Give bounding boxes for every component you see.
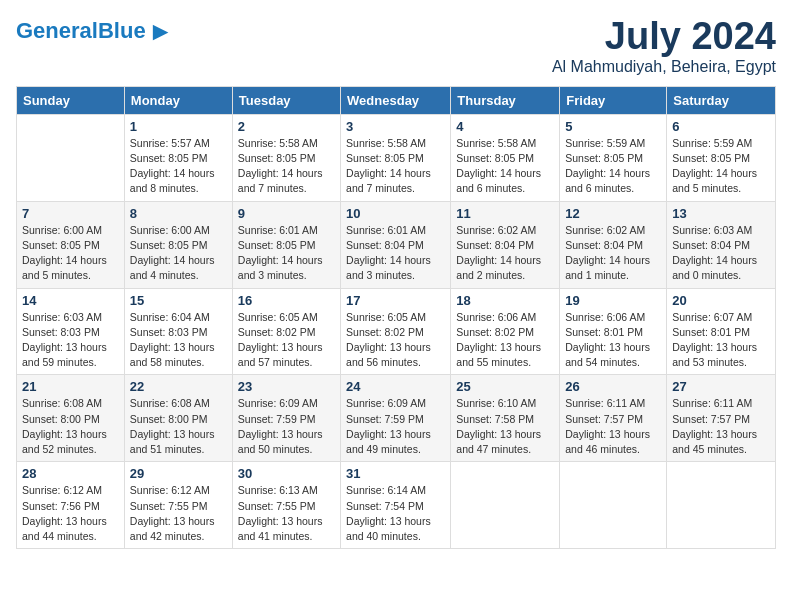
day-number: 11 — [456, 206, 554, 221]
col-header-saturday: Saturday — [667, 86, 776, 114]
calendar-cell: 29Sunrise: 6:12 AM Sunset: 7:55 PM Dayli… — [124, 462, 232, 549]
day-number: 31 — [346, 466, 445, 481]
day-number: 16 — [238, 293, 335, 308]
logo-text: GeneralBlue — [16, 19, 146, 43]
calendar-cell: 28Sunrise: 6:12 AM Sunset: 7:56 PM Dayli… — [17, 462, 125, 549]
day-info: Sunrise: 6:14 AM Sunset: 7:54 PM Dayligh… — [346, 483, 445, 544]
col-header-monday: Monday — [124, 86, 232, 114]
day-number: 7 — [22, 206, 119, 221]
day-number: 3 — [346, 119, 445, 134]
day-number: 28 — [22, 466, 119, 481]
calendar-week-4: 21Sunrise: 6:08 AM Sunset: 8:00 PM Dayli… — [17, 375, 776, 462]
day-info: Sunrise: 6:10 AM Sunset: 7:58 PM Dayligh… — [456, 396, 554, 457]
day-number: 27 — [672, 379, 770, 394]
day-info: Sunrise: 5:58 AM Sunset: 8:05 PM Dayligh… — [346, 136, 445, 197]
calendar-cell: 18Sunrise: 6:06 AM Sunset: 8:02 PM Dayli… — [451, 288, 560, 375]
day-number: 5 — [565, 119, 661, 134]
calendar-cell: 19Sunrise: 6:06 AM Sunset: 8:01 PM Dayli… — [560, 288, 667, 375]
day-info: Sunrise: 6:11 AM Sunset: 7:57 PM Dayligh… — [672, 396, 770, 457]
day-info: Sunrise: 6:08 AM Sunset: 8:00 PM Dayligh… — [22, 396, 119, 457]
day-number: 14 — [22, 293, 119, 308]
calendar-cell: 25Sunrise: 6:10 AM Sunset: 7:58 PM Dayli… — [451, 375, 560, 462]
day-number: 20 — [672, 293, 770, 308]
calendar-cell: 1Sunrise: 5:57 AM Sunset: 8:05 PM Daylig… — [124, 114, 232, 201]
day-info: Sunrise: 6:07 AM Sunset: 8:01 PM Dayligh… — [672, 310, 770, 371]
calendar-cell: 10Sunrise: 6:01 AM Sunset: 8:04 PM Dayli… — [341, 201, 451, 288]
calendar-cell: 8Sunrise: 6:00 AM Sunset: 8:05 PM Daylig… — [124, 201, 232, 288]
title-block: July 2024 Al Mahmudiyah, Beheira, Egypt — [552, 16, 776, 76]
location-title: Al Mahmudiyah, Beheira, Egypt — [552, 58, 776, 76]
calendar-cell: 9Sunrise: 6:01 AM Sunset: 8:05 PM Daylig… — [232, 201, 340, 288]
day-info: Sunrise: 6:03 AM Sunset: 8:04 PM Dayligh… — [672, 223, 770, 284]
day-number: 21 — [22, 379, 119, 394]
day-info: Sunrise: 5:58 AM Sunset: 8:05 PM Dayligh… — [456, 136, 554, 197]
day-number: 18 — [456, 293, 554, 308]
calendar-cell: 30Sunrise: 6:13 AM Sunset: 7:55 PM Dayli… — [232, 462, 340, 549]
calendar-cell: 26Sunrise: 6:11 AM Sunset: 7:57 PM Dayli… — [560, 375, 667, 462]
day-info: Sunrise: 6:09 AM Sunset: 7:59 PM Dayligh… — [238, 396, 335, 457]
logo-blue: Blue — [98, 18, 146, 43]
calendar-week-1: 1Sunrise: 5:57 AM Sunset: 8:05 PM Daylig… — [17, 114, 776, 201]
calendar-table: SundayMondayTuesdayWednesdayThursdayFrid… — [16, 86, 776, 549]
calendar-cell — [451, 462, 560, 549]
day-info: Sunrise: 6:02 AM Sunset: 8:04 PM Dayligh… — [456, 223, 554, 284]
day-info: Sunrise: 6:02 AM Sunset: 8:04 PM Dayligh… — [565, 223, 661, 284]
day-info: Sunrise: 5:59 AM Sunset: 8:05 PM Dayligh… — [672, 136, 770, 197]
logo-general: General — [16, 18, 98, 43]
calendar-week-3: 14Sunrise: 6:03 AM Sunset: 8:03 PM Dayli… — [17, 288, 776, 375]
calendar-cell: 14Sunrise: 6:03 AM Sunset: 8:03 PM Dayli… — [17, 288, 125, 375]
calendar-cell: 27Sunrise: 6:11 AM Sunset: 7:57 PM Dayli… — [667, 375, 776, 462]
col-header-tuesday: Tuesday — [232, 86, 340, 114]
day-number: 8 — [130, 206, 227, 221]
day-info: Sunrise: 6:13 AM Sunset: 7:55 PM Dayligh… — [238, 483, 335, 544]
day-info: Sunrise: 5:57 AM Sunset: 8:05 PM Dayligh… — [130, 136, 227, 197]
day-info: Sunrise: 6:01 AM Sunset: 8:05 PM Dayligh… — [238, 223, 335, 284]
calendar-cell: 21Sunrise: 6:08 AM Sunset: 8:00 PM Dayli… — [17, 375, 125, 462]
day-number: 1 — [130, 119, 227, 134]
day-number: 30 — [238, 466, 335, 481]
calendar-cell: 6Sunrise: 5:59 AM Sunset: 8:05 PM Daylig… — [667, 114, 776, 201]
calendar-cell: 22Sunrise: 6:08 AM Sunset: 8:00 PM Dayli… — [124, 375, 232, 462]
calendar-cell — [667, 462, 776, 549]
page-header: GeneralBlue ► July 2024 Al Mahmudiyah, B… — [16, 16, 776, 76]
col-header-wednesday: Wednesday — [341, 86, 451, 114]
day-number: 29 — [130, 466, 227, 481]
col-header-sunday: Sunday — [17, 86, 125, 114]
day-info: Sunrise: 6:03 AM Sunset: 8:03 PM Dayligh… — [22, 310, 119, 371]
day-number: 13 — [672, 206, 770, 221]
calendar-cell: 11Sunrise: 6:02 AM Sunset: 8:04 PM Dayli… — [451, 201, 560, 288]
day-info: Sunrise: 6:05 AM Sunset: 8:02 PM Dayligh… — [238, 310, 335, 371]
calendar-cell: 2Sunrise: 5:58 AM Sunset: 8:05 PM Daylig… — [232, 114, 340, 201]
day-number: 9 — [238, 206, 335, 221]
day-info: Sunrise: 6:12 AM Sunset: 7:56 PM Dayligh… — [22, 483, 119, 544]
day-number: 24 — [346, 379, 445, 394]
day-info: Sunrise: 6:01 AM Sunset: 8:04 PM Dayligh… — [346, 223, 445, 284]
calendar-week-5: 28Sunrise: 6:12 AM Sunset: 7:56 PM Dayli… — [17, 462, 776, 549]
calendar-cell: 20Sunrise: 6:07 AM Sunset: 8:01 PM Dayli… — [667, 288, 776, 375]
calendar-cell: 31Sunrise: 6:14 AM Sunset: 7:54 PM Dayli… — [341, 462, 451, 549]
day-info: Sunrise: 6:00 AM Sunset: 8:05 PM Dayligh… — [130, 223, 227, 284]
day-info: Sunrise: 6:06 AM Sunset: 8:02 PM Dayligh… — [456, 310, 554, 371]
day-number: 19 — [565, 293, 661, 308]
calendar-cell: 4Sunrise: 5:58 AM Sunset: 8:05 PM Daylig… — [451, 114, 560, 201]
calendar-cell: 23Sunrise: 6:09 AM Sunset: 7:59 PM Dayli… — [232, 375, 340, 462]
day-number: 25 — [456, 379, 554, 394]
day-number: 2 — [238, 119, 335, 134]
calendar-cell: 16Sunrise: 6:05 AM Sunset: 8:02 PM Dayli… — [232, 288, 340, 375]
logo: GeneralBlue ► — [16, 16, 173, 47]
calendar-cell: 17Sunrise: 6:05 AM Sunset: 8:02 PM Dayli… — [341, 288, 451, 375]
logo-arrow-icon: ► — [148, 16, 174, 47]
calendar-cell: 12Sunrise: 6:02 AM Sunset: 8:04 PM Dayli… — [560, 201, 667, 288]
header-row: SundayMondayTuesdayWednesdayThursdayFrid… — [17, 86, 776, 114]
day-info: Sunrise: 6:00 AM Sunset: 8:05 PM Dayligh… — [22, 223, 119, 284]
day-number: 6 — [672, 119, 770, 134]
calendar-cell: 3Sunrise: 5:58 AM Sunset: 8:05 PM Daylig… — [341, 114, 451, 201]
day-info: Sunrise: 6:09 AM Sunset: 7:59 PM Dayligh… — [346, 396, 445, 457]
day-number: 4 — [456, 119, 554, 134]
calendar-cell — [17, 114, 125, 201]
day-info: Sunrise: 6:05 AM Sunset: 8:02 PM Dayligh… — [346, 310, 445, 371]
day-number: 10 — [346, 206, 445, 221]
day-info: Sunrise: 6:04 AM Sunset: 8:03 PM Dayligh… — [130, 310, 227, 371]
col-header-thursday: Thursday — [451, 86, 560, 114]
calendar-cell: 15Sunrise: 6:04 AM Sunset: 8:03 PM Dayli… — [124, 288, 232, 375]
